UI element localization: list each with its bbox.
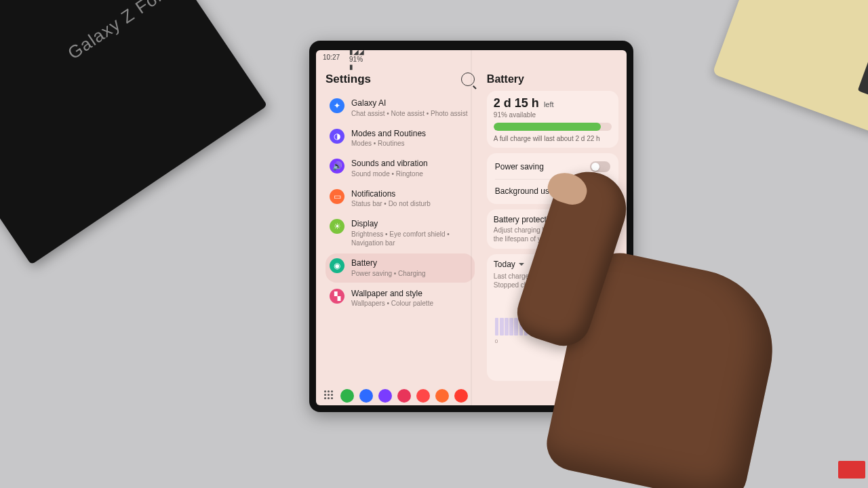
watermark xyxy=(838,461,865,479)
time-left-label: left xyxy=(544,100,554,108)
time-left: 2 d 15 h left xyxy=(494,96,612,110)
item-icon: ☀ xyxy=(330,219,344,234)
sidebar-item-display[interactable]: ☀DisplayBrightness • Eye comfort shield … xyxy=(326,214,475,252)
chart-bar xyxy=(505,318,509,336)
taskbar-apps xyxy=(324,389,468,403)
item-subtitle: Status bar • Do not disturb xyxy=(351,199,471,208)
chart-bar xyxy=(500,318,504,336)
item-title: Galaxy AI xyxy=(351,98,471,109)
battery-bar-fill xyxy=(494,123,601,131)
chart-x-axis: 0612 xyxy=(494,338,612,344)
pinned-apps xyxy=(340,389,468,403)
page-title: Battery xyxy=(487,68,618,91)
wooden-clamp xyxy=(712,0,868,134)
full-charge-note: A full charge will last about 2 d 22 h xyxy=(494,135,612,142)
nav-home[interactable] xyxy=(591,391,600,401)
item-title: Battery xyxy=(351,258,471,269)
settings-list: ✦Galaxy AIChat assist • Note assist • Ph… xyxy=(326,94,475,312)
item-title: Modes and Routines xyxy=(351,129,471,140)
item-subtitle: Sound mode • Ringtone xyxy=(351,169,471,178)
status-battery-percent: 91% xyxy=(349,56,612,63)
chart-bar xyxy=(519,317,524,336)
item-icon: 🔊 xyxy=(330,159,344,174)
chart-bar xyxy=(509,318,513,336)
item-title: Sounds and vibration xyxy=(351,159,471,169)
fold-hinge xyxy=(471,50,472,405)
bg-usage-row[interactable]: Background usage limits xyxy=(494,180,612,203)
chart-bar xyxy=(534,311,538,336)
item-subtitle: Chat assist • Note assist • Photo assist xyxy=(351,109,471,118)
battery-bar xyxy=(494,123,612,131)
sidebar-item-sounds-and-vibration[interactable]: 🔊Sounds and vibrationSound mode • Ringto… xyxy=(326,154,475,183)
app-drawer-icon[interactable] xyxy=(324,390,335,401)
taskbar-app-icon[interactable] xyxy=(454,389,468,403)
sidebar-item-battery[interactable]: ◉BatteryPower saving • Charging xyxy=(326,253,475,283)
sidebar-item-notifications[interactable]: ▭NotificationsStatus bar • Do not distur… xyxy=(326,184,475,214)
item-subtitle: Brightness • Eye comfort shield • Naviga… xyxy=(351,230,471,247)
item-subtitle: Wallpapers • Colour palette xyxy=(351,299,471,308)
sidebar-item-modes-and-routines[interactable]: ◑Modes and RoutinesModes • Routines xyxy=(326,124,475,153)
taskbar-app-icon[interactable] xyxy=(340,389,354,403)
item-title: Notifications xyxy=(351,189,471,200)
chart-bar xyxy=(538,295,542,336)
sidebar-item-wallpaper-and-style[interactable]: ▚Wallpaper and styleWallpapers • Colour … xyxy=(326,284,475,313)
battery-protection-sub: Adjust charging behaviour to extend the … xyxy=(494,226,612,243)
taskbar-app-icon[interactable] xyxy=(359,389,373,403)
time-left-value: 2 d 15 h xyxy=(494,96,539,110)
product-box xyxy=(0,0,267,265)
search-icon[interactable] xyxy=(461,73,475,86)
sidebar-item-galaxy-ai[interactable]: ✦Galaxy AIChat assist • Note assist • Ph… xyxy=(326,94,475,123)
item-title: Display xyxy=(351,219,471,230)
power-options-card: Power saving Background usage limits xyxy=(487,153,618,204)
chart-bar xyxy=(495,318,499,336)
item-icon: ▚ xyxy=(330,289,344,304)
chart-bar xyxy=(529,313,533,336)
chart-marker: 9:33 xyxy=(538,289,550,294)
last-charged: Last charged to 93% xyxy=(494,272,612,281)
period-label: Today xyxy=(494,260,515,269)
item-icon: ◉ xyxy=(330,258,344,273)
screen: 10:27 ▮◢◢ 91% ▮ Settings ✦Galaxy AIChat … xyxy=(316,50,627,405)
item-title: Wallpaper and style xyxy=(351,289,471,300)
tablet-frame: 10:27 ▮◢◢ 91% ▮ Settings ✦Galaxy AIChat … xyxy=(309,41,633,412)
status-signal-icon: ▮◢◢ xyxy=(349,50,612,56)
usage-chart-card[interactable]: Today Last charged to 93% Stopped chargi… xyxy=(487,254,618,381)
item-icon: ◑ xyxy=(330,129,344,144)
battery-summary-card[interactable]: 2 d 15 h left 91% available A full charg… xyxy=(487,91,618,148)
chart-bar xyxy=(543,296,547,336)
battery-protection-title: Battery protection xyxy=(494,215,612,224)
chart-bar xyxy=(549,310,553,336)
chart-bar xyxy=(514,318,518,336)
chart-bar xyxy=(524,314,528,336)
period-dropdown[interactable]: Today xyxy=(494,260,612,269)
taskbar-app-icon[interactable] xyxy=(378,389,392,403)
status-time: 10:27 xyxy=(323,54,340,61)
nav-bar: ||| ‹ xyxy=(572,390,618,401)
taskbar-app-icon[interactable] xyxy=(435,389,449,403)
item-icon: ✦ xyxy=(330,98,344,113)
item-subtitle: Power saving • Charging xyxy=(351,269,471,278)
nav-back[interactable]: ‹ xyxy=(615,390,618,401)
power-saving-toggle[interactable] xyxy=(590,161,610,172)
power-saving-label: Power saving xyxy=(495,162,544,171)
battery-chart: 9:33 xyxy=(494,289,612,338)
taskbar-app-icon[interactable] xyxy=(397,389,411,403)
nav-recents[interactable]: ||| xyxy=(572,391,576,401)
battery-protection-card[interactable]: Battery protection Adjust charging behav… xyxy=(487,209,618,249)
item-subtitle: Modes • Routines xyxy=(351,139,471,148)
item-icon: ▭ xyxy=(330,189,344,204)
settings-title: Settings xyxy=(326,73,371,86)
battery-available: 91% available xyxy=(494,111,612,119)
stopped-charging: Stopped charging 15 m ago xyxy=(494,281,612,289)
taskbar-app-icon[interactable] xyxy=(416,389,430,403)
power-saving-row[interactable]: Power saving xyxy=(494,155,612,179)
bg-usage-label: Background usage limits xyxy=(495,186,584,196)
